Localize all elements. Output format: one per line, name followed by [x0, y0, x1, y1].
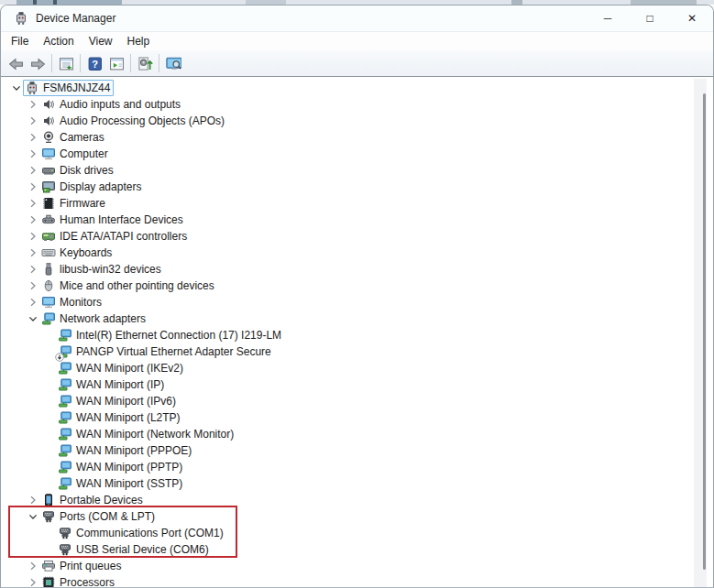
tree-item-label: Processors [60, 576, 115, 587]
chevron-slot [41, 526, 58, 540]
tree-item[interactable]: Computer [1, 146, 698, 162]
tree-item-label: Monitors [60, 296, 102, 309]
device-tree-pane: FSM6JNJZ44Audio inputs and outputsAudio … [1, 77, 713, 587]
tree-item[interactable]: Human Interface Devices [1, 212, 698, 228]
tree-item-label: Intel(R) Ethernet Connection (17) I219-L… [76, 329, 281, 342]
tree-item[interactable]: Audio inputs and outputs [1, 96, 698, 113]
tree-item[interactable]: Firmware [1, 195, 698, 212]
toolbar-separator [159, 54, 159, 72]
tree-item-label: Ports (COM & LPT) [60, 510, 155, 523]
tree-item-label: Communications Port (COM1) [76, 527, 224, 539]
toolbar-search-computer-button[interactable] [162, 52, 184, 74]
menu-action[interactable]: Action [36, 35, 81, 48]
tree-item-label: Display adapters [60, 180, 141, 193]
toolbar-scan-for-hardware-changes-button[interactable] [134, 52, 156, 74]
chevron-slot [41, 460, 58, 474]
chevron-slot [41, 476, 58, 491]
chevron-collapsed-icon[interactable] [25, 262, 41, 277]
tree-item[interactable]: Display adapters [1, 179, 698, 195]
titlebar[interactable]: Device Manager ─□✕ [1, 5, 713, 31]
portable-device-icon [41, 493, 56, 507]
tree-item[interactable]: Ports (COM & LPT) [1, 508, 698, 525]
toolbar-show-hide-console-tree-button[interactable] [55, 52, 77, 74]
tree-item[interactable]: WAN Miniport (PPTP) [1, 459, 698, 475]
chevron-collapsed-icon[interactable] [25, 245, 41, 260]
toolbar-back-button[interactable] [5, 52, 27, 74]
toolbar-forward-button[interactable] [27, 52, 49, 74]
chevron-expanded-icon[interactable] [25, 311, 41, 326]
tree-item-label: Computer [60, 147, 108, 160]
tree-item[interactable]: Communications Port (COM1) [1, 525, 698, 541]
chevron-collapsed-icon[interactable] [25, 163, 41, 178]
menu-view[interactable]: View [82, 35, 120, 48]
toolbar-properties-button[interactable] [105, 52, 127, 74]
tree-item-label: Disk drives [60, 164, 114, 177]
tree-item-label: Keyboards [60, 246, 112, 259]
tree-item-label: Print queues [60, 560, 121, 572]
chevron-collapsed-icon[interactable] [25, 278, 41, 293]
maximize-icon: □ [646, 12, 653, 25]
chevron-collapsed-icon[interactable] [25, 196, 41, 211]
minimize-button[interactable]: ─ [587, 5, 629, 31]
tree-item[interactable]: USB Serial Device (COM6) [1, 541, 698, 558]
chevron-collapsed-icon[interactable] [25, 97, 41, 112]
tree-item[interactable]: FSM6JNJZ44 [1, 80, 698, 96]
tree-item[interactable]: Keyboards [1, 245, 698, 261]
tree-item[interactable]: PANGP Virtual Ethernet Adapter Secure [1, 343, 698, 360]
chevron-collapsed-icon[interactable] [25, 130, 41, 145]
tree-item[interactable]: Network adapters [1, 310, 698, 327]
chevron-expanded-icon[interactable] [25, 509, 41, 524]
tree-item[interactable]: Processors [1, 574, 698, 587]
svg-text:?: ? [92, 58, 98, 69]
tree-item[interactable]: Monitors [1, 294, 698, 310]
device-manager-icon [14, 11, 28, 26]
chevron-collapsed-icon[interactable] [25, 180, 41, 194]
tree-item[interactable]: WAN Miniport (L2TP) [1, 409, 698, 426]
tree-item[interactable]: Disk drives [1, 162, 698, 179]
close-button[interactable]: ✕ [671, 5, 713, 31]
chevron-collapsed-icon[interactable] [25, 493, 41, 507]
tree-item[interactable]: Cameras [1, 129, 698, 146]
toolbar: ? [1, 50, 713, 77]
scrollbar-thumb[interactable] [703, 93, 706, 570]
window-controls: ─□✕ [587, 5, 713, 31]
network-icon [58, 410, 72, 425]
tree-item[interactable]: Mice and other pointing devices [1, 278, 698, 294]
menu-file[interactable]: File [4, 35, 36, 48]
tree-item-label: Audio inputs and outputs [60, 98, 181, 111]
chevron-collapsed-icon[interactable] [25, 212, 41, 227]
tree-item-label: Portable Devices [60, 494, 143, 506]
menu-help[interactable]: Help [120, 35, 158, 48]
chevron-collapsed-icon[interactable] [25, 147, 41, 161]
tree-item[interactable]: Audio Processing Objects (APOs) [1, 113, 698, 129]
tree-item-label: WAN Miniport (Network Monitor) [76, 428, 234, 441]
device-tree: FSM6JNJZ44Audio inputs and outputsAudio … [1, 80, 698, 587]
tree-item[interactable]: WAN Miniport (IKEv2) [1, 360, 698, 376]
tree-item[interactable]: WAN Miniport (PPPOE) [1, 442, 698, 459]
tree-item[interactable]: WAN Miniport (SSTP) [1, 475, 698, 492]
usb-icon [41, 262, 56, 277]
chevron-collapsed-icon[interactable] [25, 559, 41, 573]
chevron-collapsed-icon[interactable] [25, 114, 41, 128]
tree-item[interactable]: WAN Miniport (IPv6) [1, 393, 698, 409]
tree-item-label: Network adapters [60, 312, 146, 325]
display-adapter-icon [41, 180, 56, 194]
tree-item[interactable]: Portable Devices [1, 492, 698, 508]
maximize-button[interactable]: □ [629, 5, 671, 31]
chevron-collapsed-icon[interactable] [25, 295, 41, 310]
tree-item-label: WAN Miniport (IPv6) [76, 395, 176, 408]
chevron-collapsed-icon[interactable] [25, 575, 41, 587]
network-icon [58, 427, 72, 441]
tree-item[interactable]: IDE ATA/ATAPI controllers [1, 228, 698, 245]
scrollbar-track[interactable] [694, 79, 707, 587]
tree-item[interactable]: Intel(R) Ethernet Connection (17) I219-L… [1, 327, 698, 343]
tree-item[interactable]: Print queues [1, 558, 698, 574]
tree-item[interactable]: WAN Miniport (Network Monitor) [1, 426, 698, 442]
tree-item[interactable]: libusb-win32 devices [1, 261, 698, 278]
chevron-collapsed-icon[interactable] [25, 229, 41, 244]
tree-item-label: Audio Processing Objects (APOs) [60, 114, 225, 127]
tree-item[interactable]: WAN Miniport (IP) [1, 376, 698, 393]
network-icon [58, 361, 72, 376]
toolbar-help-button[interactable]: ? [83, 52, 105, 74]
chevron-slot [41, 542, 58, 557]
